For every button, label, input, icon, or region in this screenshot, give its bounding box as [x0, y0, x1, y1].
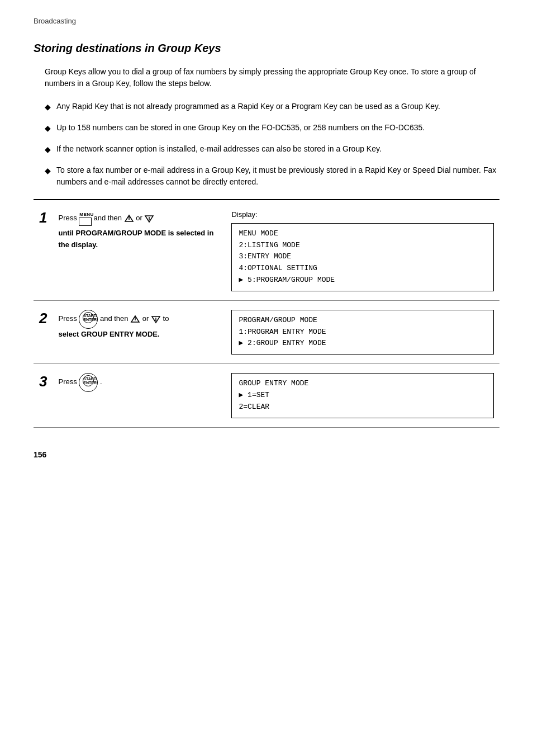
display-box-3: GROUP ENTRY MODE ▶ 1=SET 2=CLEAR [231, 373, 494, 418]
bullet-text: To store a fax number or e-mail address … [56, 164, 499, 188]
step-number-1: 1 [34, 200, 53, 300]
display-line: ▶ 2:GROUP ENTRY MODE [239, 338, 487, 349]
display-line: 2:LISTING MODE [239, 240, 487, 252]
start-enter-button-icon-3: START/ ENTER [79, 373, 98, 392]
start-label-line1-3: START/ [83, 377, 97, 381]
list-item: ◆ If the network scanner option is insta… [45, 143, 499, 155]
down-arrow-icon-2 [151, 313, 161, 325]
step-row-1: 1 Press MENU and then or [34, 200, 499, 300]
step1-press-text: Press [58, 214, 79, 222]
step-instruction-1: Press MENU and then or [53, 200, 226, 300]
step1-then-text: and then [93, 214, 123, 222]
start-label-line1: START/ [83, 314, 97, 318]
display-line: PROGRAM/GROUP MODE [239, 315, 487, 327]
step2-bold-text: select GROUP ENTRY MODE. [58, 330, 159, 338]
bullet-text: Up to 158 numbers can be stored in one G… [56, 122, 499, 134]
down-arrow-icon [144, 212, 154, 224]
menu-button-wrapper: MENU [79, 209, 92, 228]
step2-to-text: to [163, 314, 169, 323]
display-line: 1:PROGRAM ENTRY MODE [239, 327, 487, 338]
intro-text: Group Keys allow you to dial a group of … [45, 66, 499, 89]
step-display-2: PROGRAM/GROUP MODE 1:PROGRAM ENTRY MODE … [226, 300, 499, 363]
step2-press-text: Press [58, 314, 79, 323]
bullet-icon: ◆ [45, 101, 51, 113]
start-enter-inner: START/ ENTER [83, 312, 94, 323]
step1-bold-text: until PROGRAM/GROUP MODE is selected in … [58, 229, 213, 249]
bullet-icon: ◆ [45, 122, 51, 134]
display-box-2: PROGRAM/GROUP MODE 1:PROGRAM ENTRY MODE … [231, 310, 494, 355]
display-line: ▶ 5:PROGRAM/GROUP MODE [239, 275, 487, 286]
step-display-3: GROUP ENTRY MODE ▶ 1=SET 2=CLEAR [226, 364, 499, 427]
display-line: 2=CLEAR [239, 401, 487, 413]
start-enter-inner-3: START/ ENTER [83, 375, 94, 386]
step2-then-text: and then [100, 314, 130, 323]
section-title: Storing destinations in Group Keys [34, 42, 499, 55]
bullet-icon: ◆ [45, 165, 51, 177]
bullet-text: Any Rapid Key that is not already progra… [56, 101, 499, 112]
step-row-3: 3 Press START/ ENTER . GROUP ENTRY MODE … [34, 364, 499, 427]
page-number: 156 [34, 450, 499, 459]
display-line: 4:OPTIONAL SETTING [239, 263, 487, 275]
step-display-1: Display: MENU MODE 2:LISTING MODE 3:ENTR… [226, 200, 499, 300]
display-line: MENU MODE [239, 228, 487, 240]
step-row-2: 2 Press START/ ENTER and then or [34, 300, 499, 363]
list-item: ◆ To store a fax number or e-mail addres… [45, 164, 499, 188]
step2-or-text: or [142, 314, 151, 323]
step-number-2: 2 [34, 300, 53, 363]
bullet-list: ◆ Any Rapid Key that is not already prog… [45, 101, 499, 188]
steps-table: 1 Press MENU and then or [34, 199, 499, 428]
list-item: ◆ Any Rapid Key that is not already prog… [45, 101, 499, 113]
display-box-1: MENU MODE 2:LISTING MODE 3:ENTRY MODE 4:… [231, 223, 494, 291]
step-instruction-2: Press START/ ENTER and then or [53, 300, 226, 363]
step-number-3: 3 [34, 364, 53, 427]
up-arrow-icon-2 [130, 313, 140, 325]
step1-or-text: or [136, 214, 144, 222]
display-line: ▶ 1=SET [239, 390, 487, 401]
start-enter-button-icon: START/ ENTER [79, 310, 98, 329]
display-label-1: Display: [231, 209, 494, 221]
step3-press-text: Press [58, 378, 79, 386]
display-line: 3:ENTRY MODE [239, 251, 487, 263]
up-arrow-icon [124, 212, 134, 224]
step-instruction-3: Press START/ ENTER . [53, 364, 226, 427]
step3-period: . [100, 378, 102, 386]
list-item: ◆ Up to 158 numbers can be stored in one… [45, 122, 499, 134]
bullet-text: If the network scanner option is install… [56, 143, 499, 155]
display-line: GROUP ENTRY MODE [239, 378, 487, 390]
menu-label: MENU [79, 212, 91, 218]
breadcrumb: Broadcasting [34, 17, 499, 25]
start-label-line2: ENTER [83, 318, 97, 322]
menu-button-icon: MENU [79, 218, 92, 226]
bullet-icon: ◆ [45, 144, 51, 155]
start-label-line2-3: ENTER [83, 381, 97, 385]
